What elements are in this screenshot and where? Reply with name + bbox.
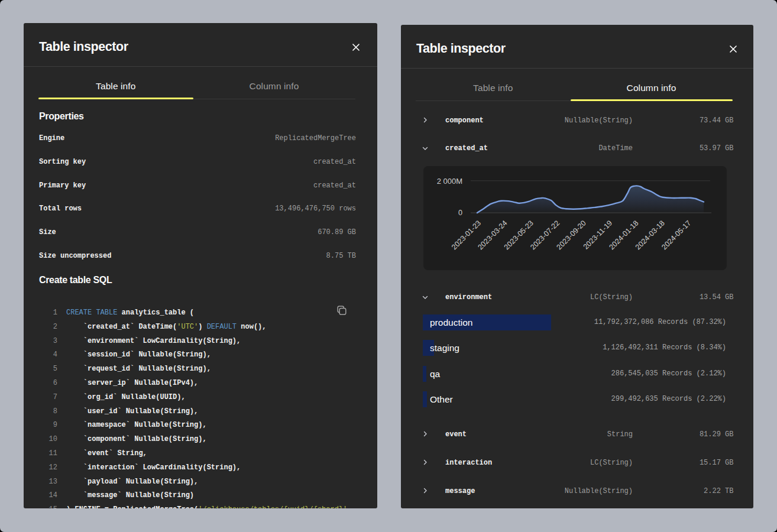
- svg-text:0: 0: [458, 209, 462, 217]
- svg-text:2 000M: 2 000M: [437, 177, 462, 186]
